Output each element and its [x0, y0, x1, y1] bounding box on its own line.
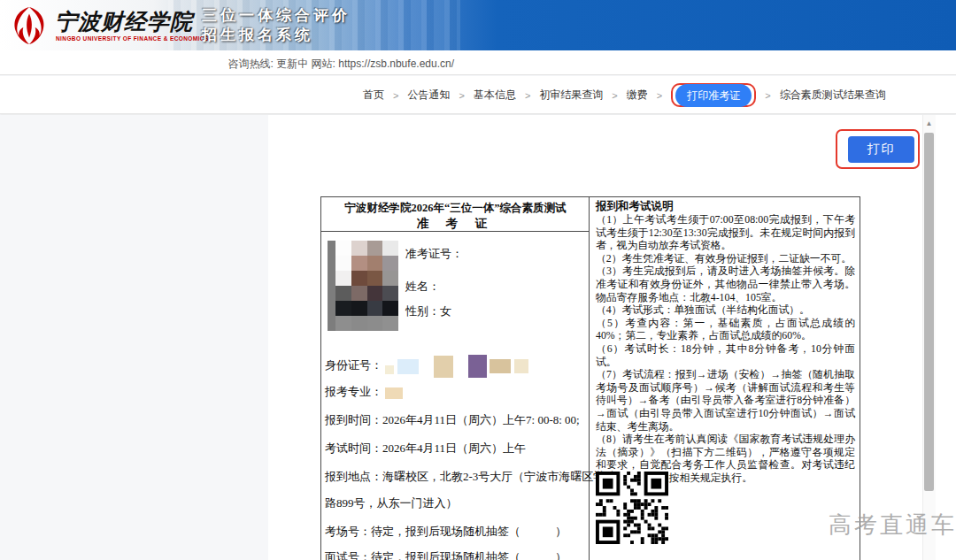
ticket-left-column: 宁波财经学院2026年“三位一体”综合素质测试 准 考 证 准考证号： 姓名： …	[321, 197, 590, 560]
checkin-place-row-line1: 报到地点：海曙校区，北教2-3号大厅（宁波市海曙区学院	[325, 469, 616, 485]
nav-item-basic-info[interactable]: 基本信息	[474, 88, 516, 103]
qr-code	[596, 472, 668, 544]
nav-item-print-admission-ticket-active[interactable]: 打印准考证	[675, 84, 752, 107]
system-title: 三位一体综合评价 招生报名系统	[202, 6, 351, 45]
ticket-title-line2: 准 考 证	[321, 216, 590, 232]
exam-time-row: 考试时间：2026年4月11日（周六）上午	[325, 441, 526, 456]
checkin-time-row: 报到时间：2026年4月11日（周六）上午7: 00-8: 00;	[325, 412, 580, 428]
university-logo-icon	[9, 5, 50, 46]
chevron-separator-icon: >	[525, 90, 530, 101]
name-label: 姓名：	[405, 279, 440, 295]
pixelated-id-block	[490, 359, 511, 373]
breadcrumb: 首页 > 公告通知 > 基本信息 > 初审结果查询 > 缴费 > 打印准考证 >…	[363, 76, 886, 114]
instruction-paragraph: （5）考查内容：第一，基础素质，占面试总成绩的40%；第二，专业素养，占面试总成…	[596, 317, 855, 342]
pixelated-id-block	[468, 355, 487, 378]
gender-row: 性别：女	[405, 303, 451, 319]
instruction-paragraph: （1）上午考试考生须于07:00至08:00完成报到，下午考试考生须于12:30…	[596, 213, 855, 252]
system-title-line1: 三位一体综合评价	[202, 6, 351, 26]
system-title-line2: 招生报名系统	[202, 26, 351, 45]
pixelated-id-block	[514, 359, 528, 373]
major-row: 报考专业：	[325, 384, 403, 400]
instruction-paragraph: （3）考生完成报到后，请及时进入考场抽签并候考。除准考证和有效身份证外，其他物品…	[596, 265, 855, 303]
chevron-separator-icon: >	[657, 90, 662, 101]
chevron-separator-icon: >	[765, 90, 770, 101]
candidate-photo-pixelated	[328, 241, 398, 331]
chevron-separator-icon: >	[459, 90, 464, 101]
chevron-separator-icon: >	[612, 90, 617, 101]
id-number-row: 身份证号：	[325, 355, 528, 378]
instruction-paragraph: （4）考试形式：单独面试（半结构化面试）。	[596, 303, 855, 317]
interview-no-row: 面试号：待定，报到后现场随机抽签（ ）	[325, 549, 567, 560]
university-name-cn: 宁波财经学院	[55, 7, 197, 36]
ticket-instructions-column: 报到和考试说明 （1）上午考试考生须于07:00至08:00完成报到，下午考试考…	[590, 197, 860, 560]
instruction-paragraph: （7）考试流程：报到→进场（安检）→抽签（随机抽取考场号及面试顺序号）→候考（讲…	[596, 368, 855, 433]
checkin-place-row-line2: 路899号，从东一门进入）	[325, 495, 458, 511]
ticket-title-line1: 宁波财经学院2026年“三位一体”综合素质测试	[321, 200, 590, 216]
instruction-paragraph: （2）考生凭准考证、有效身份证报到，二证缺一不可。	[596, 252, 855, 265]
pixelated-id-block	[434, 356, 453, 378]
nav-item-test-result-query[interactable]: 综合素质测试结果查询	[780, 88, 886, 103]
instruction-paragraph: （6）考试时长：18分钟，其中8分钟备考，10分钟面试。	[596, 342, 855, 368]
scrollbar-thumb[interactable]	[924, 133, 934, 491]
red-annotation-box-nav: 打印准考证	[671, 83, 756, 107]
admission-no-label: 准考证号：	[405, 246, 463, 262]
pixelated-id-block	[397, 359, 419, 374]
ticket-title: 宁波财经学院2026年“三位一体”综合素质测试 准 考 证	[321, 197, 590, 232]
header-banner: 宁波财经学院 NINGBO UNIVERSITY OF FINANCE & EC…	[0, 0, 956, 50]
print-button[interactable]: 打印	[848, 136, 914, 163]
university-name-en: NINGBO UNIVERSITY OF FINANCE & ECONOMICS	[56, 35, 209, 42]
nav-item-payment[interactable]: 缴费	[627, 88, 648, 103]
pixelated-major-block	[385, 387, 403, 399]
nav-item-announcements[interactable]: 公告通知	[407, 88, 450, 103]
admission-ticket-table: 宁波财经学院2026年“三位一体”综合素质测试 准 考 证 准考证号： 姓名： …	[320, 196, 860, 560]
nav-item-home[interactable]: 首页	[363, 88, 384, 103]
scrollbar-up-arrow-icon[interactable]: ▲	[922, 117, 936, 131]
instructions-heading: 报到和考试说明	[596, 200, 855, 213]
pixelated-id-block	[385, 365, 394, 374]
exam-room-row: 考场号：待定，报到后现场随机抽签（ ）	[325, 524, 567, 540]
watermark-text: 高考直通车	[829, 510, 956, 541]
hotline-and-website-text: 咨询热线: 更新中 网站: https://zsb.nbufe.edu.cn/	[228, 57, 454, 72]
chevron-separator-icon: >	[393, 90, 398, 101]
nav-item-initial-review-result[interactable]: 初审结果查询	[539, 88, 603, 103]
info-bar: 咨询热线: 更新中 网站: https://zsb.nbufe.edu.cn/	[0, 50, 956, 75]
nav-bar: 首页 > 公告通知 > 基本信息 > 初审结果查询 > 缴费 > 打印准考证 >…	[0, 76, 956, 114]
